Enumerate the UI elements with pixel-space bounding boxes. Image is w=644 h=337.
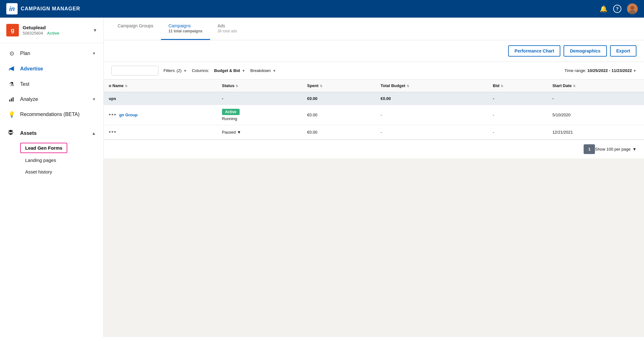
row1-active-badge: Active <box>222 109 297 116</box>
account-header[interactable]: g Getuplead 508325604 Active ▼ <box>0 18 103 43</box>
svg-point-1 <box>630 6 634 10</box>
top-nav: in CAMPAIGN MANAGER 🔔 ? <box>0 0 644 18</box>
row2-spent: €0.00 <box>302 125 376 140</box>
landing-pages-item[interactable]: Landing pages <box>20 154 103 166</box>
sidebar-item-analyze-label: Analyze <box>20 97 92 102</box>
app-title: CAMPAIGN MANAGER <box>21 6 80 12</box>
filters-count: (2) <box>176 68 181 73</box>
linkedin-logo: in <box>6 3 18 14</box>
time-range[interactable]: Time range: 10/25/2022 - 11/23/2022 ▼ <box>564 68 636 73</box>
action-bar: Performance Chart Demographics Export <box>104 40 644 62</box>
per-page-dropdown-icon: ▼ <box>632 147 636 152</box>
performance-chart-button[interactable]: Performance Chart <box>508 45 560 57</box>
nav-right-icons: 🔔 ? <box>600 3 638 14</box>
tab-ads-label: Ads <box>218 23 237 28</box>
assets-label: Assets <box>20 130 36 136</box>
sidebar-item-recommendations-label: Recommendations (BETA) <box>20 112 96 117</box>
table-body: ups - €0.00 €0.00 - - ••• gn Group <box>104 92 644 140</box>
sidebar-item-recommendations[interactable]: 💡 Recommendations (BETA) <box>0 107 103 122</box>
columns-dropdown-icon: ▼ <box>242 69 245 73</box>
pagination-center: 1 <box>584 144 595 154</box>
tab-ads-sub: 36 total ads <box>218 29 237 33</box>
page-1-button[interactable]: 1 <box>584 144 595 154</box>
group-name: ups <box>104 92 217 105</box>
main-content: Campaign Groups Campaigns 11 total campa… <box>104 18 644 337</box>
assets-header[interactable]: Assets ▲ <box>0 125 103 141</box>
bell-icon[interactable]: 🔔 <box>600 5 608 13</box>
col-total-budget: Total Budget⇅ <box>375 80 488 92</box>
sidebar-item-analyze[interactable]: Analyze ▼ <box>0 92 103 107</box>
tab-bar: Campaign Groups Campaigns 11 total campa… <box>104 18 644 40</box>
table-row: ups - €0.00 €0.00 - - <box>104 92 644 105</box>
tab-campaigns-sub: 11 total campaigns <box>169 29 203 33</box>
account-name: Getuplead <box>23 25 93 30</box>
row2-more-button[interactable]: ••• <box>109 129 117 135</box>
row2-bid: - <box>488 125 547 140</box>
plan-chevron-icon: ▼ <box>92 51 96 56</box>
sidebar-item-test-label: Test <box>20 81 96 87</box>
group-total-budget: €0.00 <box>375 92 488 105</box>
table-container: o Name⇅ Status⇅ Spent⇅ Total Budget⇅ Bid… <box>104 80 644 140</box>
sidebar-nav: ⊙ Plan ▼ Advertise ⚗ Test Analyze ▼ <box>0 43 103 125</box>
avatar[interactable] <box>627 3 638 14</box>
campaigns-table: o Name⇅ Status⇅ Spent⇅ Total Budget⇅ Bid… <box>104 80 644 140</box>
tab-campaign-groups-label: Campaign Groups <box>118 23 153 28</box>
help-icon[interactable]: ? <box>613 5 621 13</box>
group-start-date: - <box>547 92 644 105</box>
columns-chip[interactable]: Columns: Budget & Bid ▼ <box>192 68 245 73</box>
filters-chip[interactable]: Filters (2) ▼ <box>164 68 187 73</box>
table-row: ••• Paused ▼ €0.00 - - 12/21/2021 <box>104 125 644 140</box>
demographics-button[interactable]: Demographics <box>564 45 607 57</box>
assets-icon <box>8 129 16 137</box>
row2-status-text: Paused ▼ <box>222 130 297 135</box>
row2-name: ••• <box>104 125 217 140</box>
sidebar-item-plan[interactable]: ⊙ Plan ▼ <box>0 46 103 61</box>
group-bid: - <box>488 92 547 105</box>
nav-logo-area: in CAMPAIGN MANAGER <box>6 3 80 14</box>
analyze-chevron-icon: ▼ <box>92 97 96 102</box>
per-page-selector[interactable]: Show 100 per page ▼ <box>595 147 636 152</box>
sidebar-item-advertise[interactable]: Advertise <box>0 61 103 76</box>
col-spent: Spent⇅ <box>302 80 376 92</box>
svg-marker-6 <box>8 130 14 132</box>
asset-history-item[interactable]: Asset history <box>20 166 103 178</box>
analyze-icon <box>8 97 16 102</box>
row1-more-button[interactable]: ••• <box>109 112 117 118</box>
row2-status: Paused ▼ <box>217 125 302 140</box>
table-row: ••• gn Group Active Running €0.00 - <box>104 105 644 125</box>
row1-status-text: Running <box>222 116 297 121</box>
lead-gen-forms-label[interactable]: Lead Gen Forms <box>20 143 67 153</box>
tab-campaigns[interactable]: Campaigns 11 total campaigns <box>161 18 210 40</box>
breakdown-dropdown-icon: ▼ <box>273 69 276 73</box>
per-page-label: Show 100 per page <box>595 147 630 152</box>
tab-ads[interactable]: Ads 36 total ads <box>210 18 245 40</box>
col-bid: Bid⇅ <box>488 80 547 92</box>
sidebar-item-plan-label: Plan <box>20 51 92 56</box>
paused-dropdown-icon[interactable]: ▼ <box>237 130 241 135</box>
account-chevron-icon: ▼ <box>93 28 97 33</box>
row1-name: ••• gn Group <box>104 105 217 125</box>
svg-rect-5 <box>13 97 14 102</box>
group-spent: €0.00 <box>302 92 376 105</box>
account-id-status: 508325604 Active <box>23 30 93 36</box>
row1-start-date: 5/10/2020 <box>547 105 644 125</box>
sidebar-item-test[interactable]: ⚗ Test <box>0 76 103 92</box>
tab-campaign-groups[interactable]: Campaign Groups <box>110 18 161 40</box>
advertise-icon <box>8 66 16 72</box>
breakdown-chip[interactable]: Breakdown ▼ <box>250 68 276 73</box>
row1-spent: €0.00 <box>302 105 376 125</box>
account-badge: g <box>6 24 19 36</box>
main-layout: g Getuplead 508325604 Active ▼ ⊙ Plan ▼ <box>0 18 644 337</box>
export-button[interactable]: Export <box>610 45 636 57</box>
row1-total-budget: - <box>375 105 488 125</box>
plan-icon: ⊙ <box>8 50 16 57</box>
row1-campaign-link[interactable]: gn Group <box>119 113 138 117</box>
svg-rect-3 <box>9 100 10 102</box>
table-header: o Name⇅ Status⇅ Spent⇅ Total Budget⇅ Bid… <box>104 80 644 92</box>
search-input[interactable] <box>111 66 158 75</box>
lead-gen-forms-item[interactable]: Lead Gen Forms <box>20 143 103 153</box>
time-range-dropdown-icon: ▼ <box>633 69 636 73</box>
recommendations-icon: 💡 <box>8 111 16 118</box>
tab-campaigns-label: Campaigns <box>169 23 203 28</box>
sidebar-item-advertise-label: Advertise <box>20 66 96 72</box>
